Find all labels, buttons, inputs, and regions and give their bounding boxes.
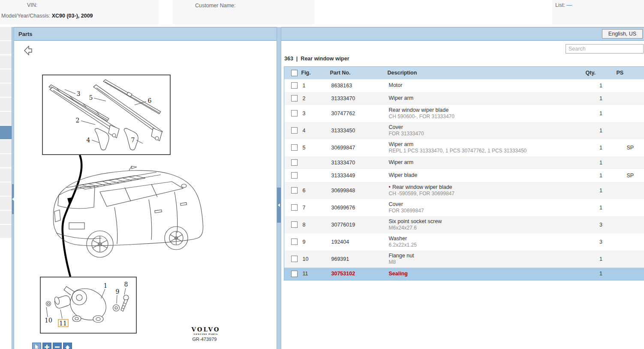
table-row[interactable]: 830776019Six point socket screwM6x24x27.… — [284, 216, 644, 233]
volvo-logo-subtitle: GENUINE PARTS — [194, 333, 218, 335]
fig-cell: 4 — [301, 122, 330, 139]
sidebar-item[interactable] — [0, 84, 12, 97]
table-row[interactable]: 31333470Wiper arm1 — [284, 156, 644, 169]
sidebar-item[interactable] — [0, 168, 12, 182]
customer-panel: Customer Name: — [173, 0, 314, 24]
row-checkbox[interactable] — [291, 172, 298, 179]
list-link[interactable]: — — [566, 2, 572, 8]
sidebar-item[interactable] — [0, 211, 12, 224]
left-collapse-handle[interactable] — [12, 184, 14, 214]
table-row[interactable]: 18638163Motor1 — [284, 79, 644, 92]
sidebar-item[interactable] — [0, 55, 12, 69]
description-cell: Rear window wiper bladeCH 590600-, FOR 3… — [388, 105, 586, 122]
description-detail: 6.2x22x1.25 — [389, 242, 586, 248]
column-header-ps: PS — [617, 67, 644, 79]
sidebar-item[interactable] — [0, 182, 12, 196]
sidebar-item[interactable] — [0, 126, 12, 139]
description-cell: Flange nutM8 — [388, 251, 586, 268]
table-header-row: Fig. Part No. Description Qty. PS — [284, 67, 644, 79]
table-row[interactable]: 31333449Wiper blade1SP — [284, 169, 644, 182]
row-checkbox[interactable] — [291, 159, 298, 166]
description-cell: Wiper blade — [388, 169, 586, 182]
row-checkbox[interactable] — [291, 204, 298, 211]
description-detail: REPL 1 PCS 31333470, 1 PCS 30747762, 1 P… — [389, 148, 586, 154]
select-all-checkbox[interactable] — [291, 70, 298, 76]
sidebar-item[interactable] — [0, 154, 12, 167]
part-number-cell: 8638163 — [330, 79, 388, 92]
description-cell: CoverFOR 30699847 — [388, 199, 586, 216]
fig-cell: 8 — [301, 216, 330, 233]
sidebar-item[interactable] — [0, 27, 12, 40]
vehicle-id-panel: VIN: Model/Year/Chassis: XC90 (03-), 200… — [0, 0, 159, 24]
row-checkbox[interactable] — [291, 82, 298, 89]
back-icon[interactable] — [24, 46, 32, 55]
sidebar-item[interactable] — [0, 41, 12, 54]
sidebar-item[interactable] — [0, 112, 12, 125]
home-button[interactable] — [63, 343, 72, 349]
sidebar-item[interactable] — [0, 197, 12, 210]
row-checkbox[interactable] — [291, 144, 298, 151]
table-row[interactable]: 730699676CoverFOR 306998471 — [284, 199, 644, 216]
row-checkbox[interactable] — [291, 239, 298, 245]
row-checkbox[interactable] — [291, 221, 298, 228]
row-checkbox[interactable] — [291, 127, 298, 134]
qty-cell: 1 — [586, 139, 617, 156]
search-input[interactable] — [566, 44, 644, 54]
volvo-logo: VOLVO — [191, 326, 220, 333]
sidebar-item[interactable] — [0, 69, 12, 83]
part-number-cell: 30699676 — [330, 199, 388, 216]
description-cell: Wiper arm — [388, 156, 586, 169]
row-checkbox[interactable] — [291, 187, 298, 194]
row-checkbox[interactable] — [291, 271, 298, 277]
row-checkbox[interactable] — [291, 256, 298, 262]
fig-cell: 5 — [301, 139, 330, 156]
right-splitter[interactable] — [277, 27, 281, 349]
description-detail: M8 — [389, 259, 586, 265]
table-row[interactable]: 231333470Wiper arm1 — [284, 92, 644, 105]
vin-label: VIN: — [27, 2, 37, 8]
right-collapse-handle[interactable] — [277, 188, 281, 223]
section-name: Rear window wiper — [301, 56, 349, 62]
ps-cell — [617, 92, 644, 105]
table-row[interactable]: 10969391Flange nutM81 — [284, 251, 644, 268]
ps-cell — [617, 251, 644, 268]
table-row[interactable]: 530699847Wiper armREPL 1 PCS 31333470, 1… — [284, 139, 644, 156]
fig-cell: 2 — [301, 92, 330, 105]
chevron-left-icon — [12, 197, 14, 201]
section-title: 363|Rear window wiper — [284, 56, 349, 62]
ps-cell — [617, 122, 644, 139]
table-row[interactable]: 9192404Washer6.2x22x1.253 — [284, 233, 644, 251]
table-row[interactable]: 431333450CoverFOR 313334701 — [284, 122, 644, 139]
qty-cell: 1 — [586, 169, 617, 182]
table-row[interactable]: 630699848•Rear window wiper bladeCH -590… — [284, 182, 644, 199]
language-selector[interactable]: English, US — [602, 29, 643, 39]
part-number-cell: 30753102 — [330, 268, 388, 280]
qty-cell: 3 — [586, 233, 617, 251]
table-row[interactable]: 330747762Rear window wiper bladeCH 59060… — [284, 105, 644, 122]
sidebar-item[interactable] — [0, 225, 12, 238]
wiper-arm-drawing — [49, 80, 163, 150]
part-number-cell: 969391 — [330, 251, 388, 268]
zoom-in-button[interactable] — [42, 343, 51, 349]
qty-cell: 1 — [586, 251, 617, 268]
qty-cell: 1 — [586, 199, 617, 216]
zoom-out-button[interactable] — [53, 343, 62, 349]
table-row[interactable]: 1130753102Sealing1 — [284, 268, 644, 280]
column-header-desc: Description — [388, 67, 586, 79]
model-value: XC90 (03-), 2009 — [52, 13, 93, 19]
sidebar-item[interactable] — [0, 140, 12, 153]
description-cell: CoverFOR 31333470 — [388, 122, 586, 139]
callout-11: 11 — [59, 320, 67, 327]
parts-tab-title: Parts — [18, 31, 33, 37]
description-detail: CH -590599, FOR 30699847 — [389, 191, 586, 197]
sidebar-item[interactable] — [0, 98, 12, 111]
ps-cell — [617, 216, 644, 233]
description-detail: CH 590600-, FOR 31333470 — [389, 113, 586, 120]
pointer-tool-button[interactable] — [32, 343, 41, 349]
callout-7: 7 — [131, 137, 135, 143]
diagram-toolbar — [32, 343, 72, 349]
row-checkbox[interactable] — [291, 110, 298, 116]
qty-cell: 1 — [586, 105, 617, 122]
part-number-cell: 31333470 — [330, 92, 388, 105]
row-checkbox[interactable] — [291, 95, 298, 101]
